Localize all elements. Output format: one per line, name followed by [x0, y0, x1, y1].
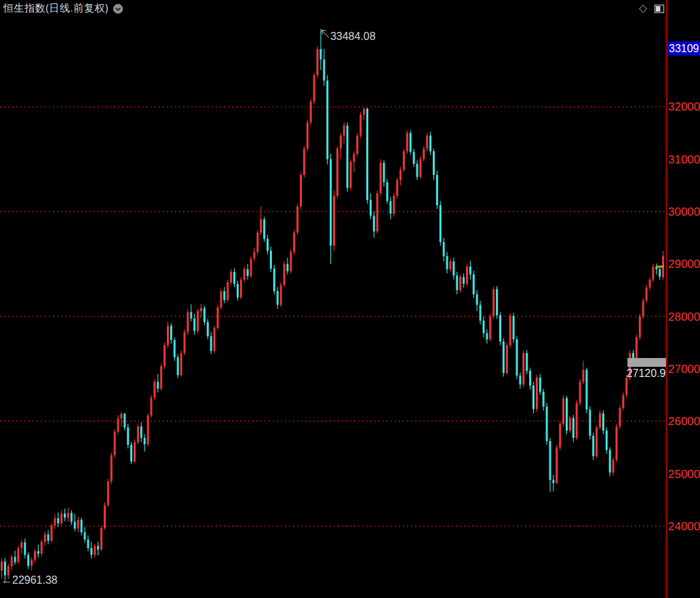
candle-body [363, 108, 365, 115]
candle-body [193, 319, 195, 332]
candle-body [310, 102, 312, 123]
candle-body [67, 513, 69, 517]
diamond-tool-icon[interactable] [638, 3, 648, 14]
candle-body [526, 353, 528, 371]
candle-body [396, 180, 398, 196]
candle-body [37, 551, 39, 554]
chart-window: 恒生指数(日线.前复权) 320003100030000290002800027… [0, 0, 700, 598]
candle-body [51, 525, 53, 540]
candle-body [436, 175, 438, 205]
candle-body [84, 532, 86, 540]
candle-body [31, 559, 33, 565]
candle-body [20, 542, 22, 549]
candle-body [410, 133, 412, 152]
candle-body [71, 513, 73, 521]
candle-body [180, 353, 182, 375]
chevron-down-circle-icon[interactable] [113, 3, 123, 14]
candle-body [519, 376, 521, 384]
candle-body [270, 251, 272, 268]
candle-body [579, 382, 581, 403]
axis-tick-label: 29000 [668, 258, 700, 271]
candle-body [330, 159, 332, 246]
candle-body [24, 542, 26, 555]
candle-body [576, 403, 578, 438]
axis-top-badge: 33109. [667, 41, 700, 56]
candle-body [187, 312, 189, 332]
candle-body [240, 279, 242, 297]
price-marker-label: 27120.9 [627, 367, 666, 380]
peak-arrow [322, 31, 329, 38]
candle-body [267, 239, 269, 251]
chart-title: 恒生指数(日线.前复权) [3, 2, 109, 15]
candle-body [163, 345, 166, 366]
candle-body [549, 441, 551, 480]
candle-body [220, 291, 222, 307]
candle-body [197, 311, 199, 331]
panel-layout-icon[interactable] [654, 3, 665, 14]
candle-body [406, 133, 408, 151]
candle-body [319, 49, 322, 59]
candle-body [120, 414, 122, 418]
candle-body [286, 264, 288, 271]
candle-body [443, 242, 445, 256]
candle-body [18, 548, 20, 562]
candle-body [151, 397, 153, 415]
candle-body [356, 136, 358, 154]
candle-body [203, 308, 206, 322]
candle-body [123, 414, 125, 427]
candle-body [639, 317, 641, 338]
candle-body [532, 386, 534, 410]
candle-body [393, 196, 395, 214]
candle-body [499, 315, 501, 342]
candle-body [340, 136, 342, 148]
candle-body [11, 557, 13, 566]
axis-tick-label: 28000 [668, 311, 700, 323]
axis-tick-label: 31000 [668, 153, 700, 166]
candle-body [60, 513, 62, 523]
candle-body [303, 148, 305, 175]
candle-body [94, 546, 96, 555]
candle-body [496, 289, 498, 315]
candle-body [373, 216, 375, 231]
candle-body [566, 398, 568, 431]
candle-body [659, 269, 661, 277]
candle-body [247, 269, 249, 276]
candle-body [207, 322, 209, 336]
candle-body [543, 392, 545, 407]
axis-tick-label: 30000 [668, 205, 700, 218]
candle-body [280, 285, 282, 304]
candle-body [353, 154, 355, 162]
candle-body [97, 546, 99, 549]
candle-body [174, 340, 176, 357]
candle-body [480, 305, 482, 321]
candle-body [350, 162, 352, 188]
candle-body [503, 342, 505, 373]
candle-body [556, 447, 558, 483]
low-annotation: ←22961.38 [1, 574, 58, 586]
candle-body [54, 518, 56, 525]
candle-body [569, 418, 571, 431]
candle-body [64, 513, 66, 517]
candle-body [104, 505, 106, 528]
candle-body [459, 277, 461, 290]
candle-body [237, 284, 239, 298]
candle-body [277, 291, 279, 304]
candle-body [483, 321, 485, 334]
candle-body [596, 427, 598, 456]
candle-body [649, 279, 651, 287]
candle-body [429, 136, 431, 151]
candle-body [585, 370, 587, 410]
candle-body [446, 256, 448, 269]
candle-body [284, 264, 286, 285]
candle-body [273, 268, 275, 291]
candle-body [419, 159, 421, 177]
candle-body [386, 182, 388, 201]
candle-body [81, 520, 83, 533]
candle-body [336, 148, 338, 196]
axis-tick-label: 27000 [668, 363, 700, 376]
price-marker-line[interactable] [627, 358, 667, 367]
candle-body [652, 266, 654, 279]
candle-body [87, 540, 89, 548]
candlestick-chart[interactable] [0, 0, 700, 598]
candle-body [260, 220, 262, 233]
